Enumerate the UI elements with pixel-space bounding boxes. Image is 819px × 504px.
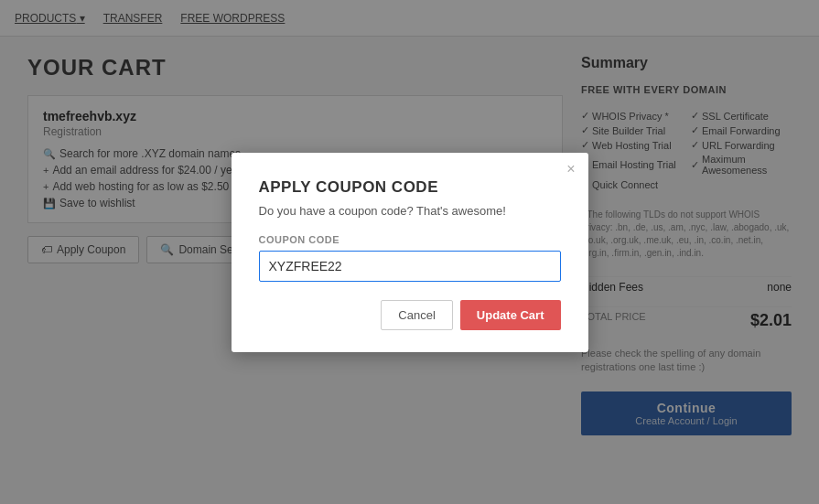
- update-cart-button[interactable]: Update Cart: [460, 300, 561, 330]
- modal-title: APPLY COUPON CODE: [259, 178, 561, 197]
- cancel-button[interactable]: Cancel: [381, 300, 452, 330]
- coupon-modal: × APPLY COUPON CODE Do you have a coupon…: [232, 153, 588, 352]
- coupon-code-input[interactable]: [259, 251, 561, 282]
- modal-actions: Cancel Update Cart: [259, 300, 561, 330]
- modal-overlay[interactable]: × APPLY COUPON CODE Do you have a coupon…: [0, 0, 819, 504]
- modal-subtitle: Do you have a coupon code? That's awesom…: [259, 204, 561, 218]
- coupon-code-label: COUPON CODE: [259, 234, 561, 245]
- close-icon[interactable]: ×: [566, 162, 575, 177]
